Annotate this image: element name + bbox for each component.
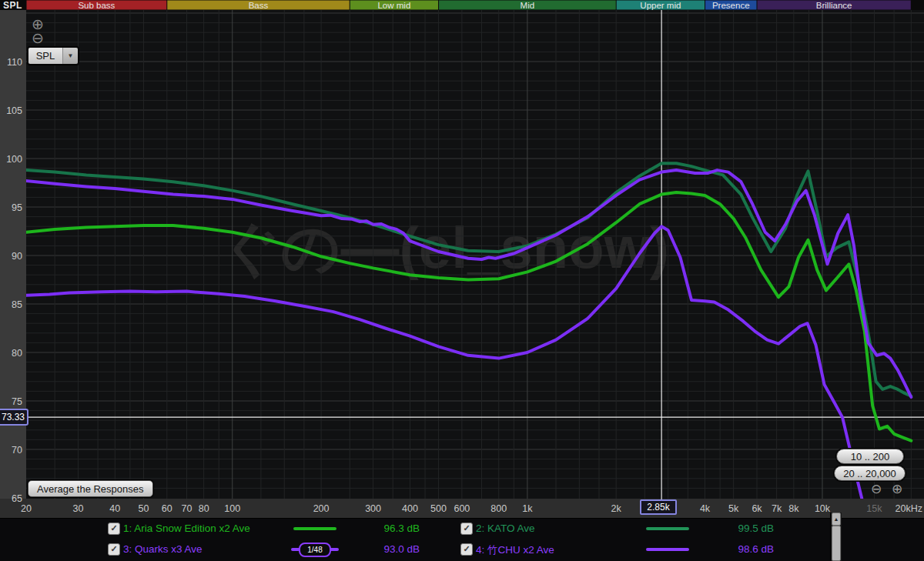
measurement-legend: ✓1: Aria Snow Edition x2 Ave96.3 dB✓2: K…	[0, 518, 924, 561]
legend-scrollbar[interactable]: ▲	[830, 513, 842, 561]
y-tick-label: 80	[12, 348, 22, 359]
average-responses-button[interactable]: Average the Responses	[28, 480, 153, 497]
x-tick-label: 500	[430, 503, 447, 514]
x-tick-label: 8k	[788, 503, 799, 514]
legend-line-swatch	[646, 527, 689, 530]
band-label: Sub bass	[78, 1, 115, 10]
x-tick-label: 400	[402, 503, 418, 514]
legend-trace-label[interactable]: 1: Aria Snow Edition x2 Ave	[123, 523, 250, 534]
range-10-200-button[interactable]: 10 .. 200	[836, 449, 904, 464]
legend-checkbox[interactable]: ✓	[460, 523, 473, 535]
x-tick-label: 200	[313, 503, 330, 514]
legend-cursor-value: 96.3 dB	[366, 523, 420, 534]
axis-variable-value: SPL	[28, 48, 63, 64]
band-label: Brilliance	[816, 1, 852, 10]
x-tick-label: 600	[454, 503, 470, 514]
range-20-20000-button[interactable]: 20 .. 20,000	[834, 466, 906, 481]
rew-spl-graph-window: Sub bassBassLow midMidUpper midPresenceB…	[0, 0, 924, 561]
y-tick-label: 100	[6, 154, 22, 165]
smoothing-badge[interactable]: 1/48	[299, 543, 331, 557]
x-tick-label: 300	[365, 503, 381, 514]
legend-trace-label[interactable]: 3: Quarks x3 Ave	[123, 543, 203, 555]
x-tick-label: 7k	[772, 503, 782, 514]
legend-cursor-value: 99.5 dB	[720, 523, 774, 534]
y-tick-label: 75	[12, 396, 22, 407]
x-tick-label: 800	[490, 503, 507, 514]
x-tick-label: 40	[109, 503, 120, 514]
y-tick-label: 85	[12, 299, 22, 310]
legend-cursor-value: 93.0 dB	[366, 543, 420, 555]
band-label: Presence	[712, 1, 750, 10]
frequency-cursor-readout[interactable]: 2.85k	[640, 499, 677, 515]
y-tick-label: 110	[7, 57, 22, 68]
x-tick-label: 6k	[752, 503, 762, 514]
y-tick-label: 90	[12, 251, 22, 262]
band-label: Low mid	[377, 1, 410, 10]
y-axis-unit-label: SPL	[3, 0, 22, 11]
y-tick-label: 70	[12, 445, 22, 456]
x-range-plus-icon[interactable]: ⊕	[889, 482, 905, 496]
legend-line-swatch	[293, 527, 336, 530]
scrollbar-thumb[interactable]	[832, 526, 841, 561]
x-tick-label: 15k	[866, 503, 882, 514]
axis-variable-dropdown[interactable]: SPL ▼	[28, 47, 79, 65]
legend-trace-label[interactable]: 2: KATO Ave	[476, 523, 535, 534]
legend-checkbox[interactable]: ✓	[460, 543, 473, 556]
legend-trace-label[interactable]: 4: 竹CHU x2 Ave	[476, 543, 554, 557]
legend-line-swatch	[646, 548, 689, 551]
zoom-out-icon[interactable]: ⊖	[30, 31, 45, 45]
x-tick-label: 80	[199, 503, 209, 514]
legend-checkbox[interactable]: ✓	[108, 523, 120, 535]
chevron-down-icon: ▼	[63, 48, 78, 64]
y-tick-label: 65	[12, 493, 22, 504]
x-tick-label: 50	[138, 503, 149, 514]
x-tick-label: 70	[181, 503, 192, 514]
legend-cursor-value: 98.6 dB	[720, 543, 774, 555]
y-tick-label: 95	[12, 202, 22, 213]
scrollbar-up-button[interactable]: ▲	[832, 513, 841, 526]
legend-checkbox[interactable]: ✓	[108, 543, 120, 556]
x-tick-label: 5k	[728, 503, 739, 514]
x-tick-label: 1k	[522, 503, 533, 514]
x-tick-label: 10k	[815, 503, 831, 514]
x-tick-label: 100	[224, 503, 240, 514]
x-tick-label: 60	[162, 503, 172, 514]
x-tick-label: 20kHz	[896, 503, 922, 514]
band-label: Mid	[521, 1, 535, 10]
scroll-up-icon: ▲	[834, 516, 839, 522]
x-tick-label: 30	[73, 503, 84, 514]
x-tick-label: 2k	[611, 503, 622, 514]
x-tick-label: 4k	[700, 503, 711, 514]
spl-cursor-readout[interactable]: 73.33	[0, 409, 28, 426]
band-label: Bass	[249, 1, 269, 10]
y-tick-label: 105	[6, 105, 22, 116]
spl-frequency-response-chart: Sub bassBassLow midMidUpper midPresenceB…	[0, 0, 924, 518]
band-label: Upper mid	[640, 1, 681, 10]
x-range-minus-icon[interactable]: ⊖	[869, 482, 884, 496]
x-tick-label: 20	[21, 503, 32, 514]
